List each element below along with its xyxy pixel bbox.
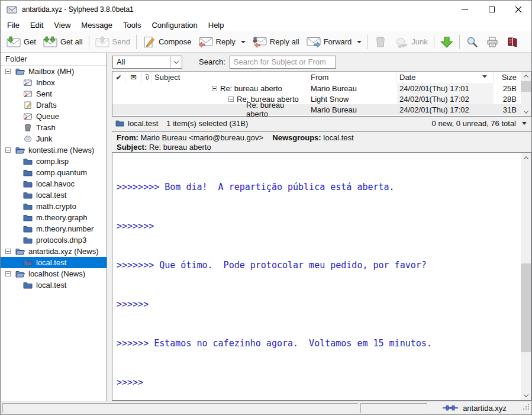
maximize-button[interactable] xyxy=(478,1,505,18)
get-all-label: Get all xyxy=(60,37,83,46)
scroll-up-icon[interactable] xyxy=(521,72,531,81)
search-input[interactable] xyxy=(230,56,336,69)
menu-help[interactable]: Help xyxy=(203,20,230,31)
folder-item-localhost[interactable]: localhost (News) xyxy=(1,268,107,279)
folder-item-m-theory-number[interactable]: m.theory.number xyxy=(1,223,107,234)
reply-button[interactable]: Reply xyxy=(195,34,249,50)
folder-item-junk[interactable]: Junk xyxy=(1,133,107,144)
from-label: From: xyxy=(117,133,138,142)
junk-icon xyxy=(394,36,408,48)
combo-dropdown-button[interactable] xyxy=(170,56,182,68)
list-scroll-thumb[interactable] xyxy=(521,81,531,92)
folder-item-kontesti[interactable]: kontesti.me (News) xyxy=(1,144,107,156)
menu-view[interactable]: View xyxy=(49,20,76,31)
forward-button[interactable]: Forward xyxy=(303,34,366,50)
folder-item-local-havoc[interactable]: local.havoc xyxy=(1,178,107,189)
counts-dropdown-button[interactable] xyxy=(520,118,529,128)
get-all-mail-icon xyxy=(43,36,57,48)
scroll-down-icon[interactable] xyxy=(521,107,531,116)
message-size: 28B xyxy=(494,94,521,104)
folder-item-mailbox[interactable]: Mailbox (MH) xyxy=(1,66,107,77)
menu-tools[interactable]: Tools xyxy=(118,20,146,31)
send-button[interactable]: Send xyxy=(92,34,134,50)
get-button[interactable]: Get xyxy=(3,34,40,50)
menu-message[interactable]: Message xyxy=(76,20,118,31)
menu-edit[interactable]: Edit xyxy=(25,20,49,31)
message-scroll-track[interactable] xyxy=(521,163,531,390)
current-folder-name: local.test xyxy=(128,119,158,128)
print-button[interactable] xyxy=(482,34,502,50)
folder-item-local-test-antartida[interactable]: local.test xyxy=(1,257,107,268)
folder-item-sent[interactable]: Sent xyxy=(1,88,107,99)
folder-item-m-theory-graph[interactable]: m.theory.graph xyxy=(1,212,107,223)
delete-button[interactable] xyxy=(370,34,391,50)
folder-item-inbox[interactable]: Inbox xyxy=(1,77,107,88)
filter-combobox[interactable]: All xyxy=(112,56,182,69)
menu-file[interactable]: File xyxy=(2,20,25,31)
paperclip-icon xyxy=(144,73,150,81)
folder-item-math-crypto[interactable]: math.crypto xyxy=(1,201,107,212)
message-date: 24/02/01(Thu) 17:01 xyxy=(397,83,494,94)
newsgroups-value: local.test xyxy=(323,133,353,142)
search-button[interactable] xyxy=(462,34,482,50)
message-line: >>>>>> Estamos no cafezinho agora. Volta… xyxy=(117,337,521,350)
folder-item-drafts[interactable]: Drafts xyxy=(1,99,107,111)
pane-splitter[interactable] xyxy=(107,53,112,401)
collapse-icon[interactable] xyxy=(5,271,11,276)
message-body[interactable]: >>>>>>>> Bom dia! A repartição pública e… xyxy=(112,153,521,400)
thread-collapse-icon[interactable] xyxy=(228,96,234,102)
reply-all-button[interactable]: Reply all xyxy=(249,34,303,50)
search-label: Search: xyxy=(199,57,225,66)
message-scrollbar[interactable] xyxy=(521,153,531,400)
queue-icon xyxy=(23,112,33,120)
scroll-up-icon[interactable] xyxy=(521,153,531,163)
size-column-header[interactable]: Size xyxy=(494,72,521,83)
scroll-down-icon[interactable] xyxy=(521,390,531,400)
folder-item-antartida[interactable]: antartida.xyz (News) xyxy=(1,246,107,257)
collapse-icon[interactable] xyxy=(5,69,11,74)
mark-column-header[interactable]: ✔ xyxy=(112,72,125,83)
close-button[interactable] xyxy=(505,1,531,18)
resize-grip[interactable] xyxy=(522,404,530,412)
next-unread-button[interactable] xyxy=(437,34,457,50)
menu-configuration[interactable]: Configuration xyxy=(146,20,202,31)
folder-item-queue[interactable]: Queue xyxy=(1,111,107,122)
folder-item-trash[interactable]: Trash xyxy=(1,122,107,133)
folder-label: localhost (News) xyxy=(28,269,85,278)
list-scrollbar[interactable] xyxy=(521,72,531,116)
from-value: Mario Bureau <mario@bureau.gov> xyxy=(140,133,263,142)
date-column-header[interactable]: Date xyxy=(397,72,494,83)
attachment-column-header[interactable] xyxy=(142,72,152,83)
network-status: antartida.xyz xyxy=(430,404,520,413)
progress-panel xyxy=(360,403,427,413)
folder-item-local-test-localhost[interactable]: local.test xyxy=(1,279,107,291)
get-all-button[interactable]: Get all xyxy=(40,34,86,50)
forward-dropdown-icon[interactable] xyxy=(357,41,362,43)
subject-column-header[interactable]: Subject xyxy=(152,72,308,83)
collapse-icon[interactable] xyxy=(5,147,11,153)
minimize-button[interactable] xyxy=(452,1,478,18)
message-row[interactable]: Re: bureau aberto Light Snow 24/02/01(Th… xyxy=(112,94,521,104)
message-view: >>>>>>>> Bom dia! A repartição pública e… xyxy=(112,152,531,401)
address-book-button[interactable] xyxy=(502,34,523,50)
message-row[interactable]: Re: bureau aberto Mario Bureau 24/02/01(… xyxy=(112,83,521,94)
folder-label: math.crypto xyxy=(36,202,76,211)
thread-collapse-icon[interactable] xyxy=(212,86,217,91)
reply-all-label: Reply all xyxy=(270,37,299,46)
reply-dropdown-icon[interactable] xyxy=(241,41,246,43)
folder-item-local-test-kontesti[interactable]: local.test xyxy=(1,189,107,201)
folder-item-protocols-dnp3[interactable]: protocols.dnp3 xyxy=(1,234,107,246)
message-scroll-thumb[interactable] xyxy=(521,263,531,352)
compose-button[interactable]: Compose xyxy=(139,34,195,50)
folder-label: Drafts xyxy=(36,101,57,110)
message-row-selected[interactable]: Re: bureau aberto Mario Bureau 24/02/01(… xyxy=(112,104,521,115)
folder-item-comp-quantum[interactable]: comp.quantum xyxy=(1,167,107,178)
folder-label: local.test xyxy=(36,191,66,200)
junk-button[interactable]: Junk xyxy=(391,34,431,50)
message-line: >>>>>> xyxy=(117,298,521,311)
list-scroll-track[interactable] xyxy=(521,81,531,107)
folder-item-comp-lisp[interactable]: comp.lisp xyxy=(1,156,107,167)
from-column-header[interactable]: From xyxy=(308,72,397,83)
unread-column-header[interactable]: ✉ xyxy=(125,72,142,83)
collapse-icon[interactable] xyxy=(5,249,11,254)
